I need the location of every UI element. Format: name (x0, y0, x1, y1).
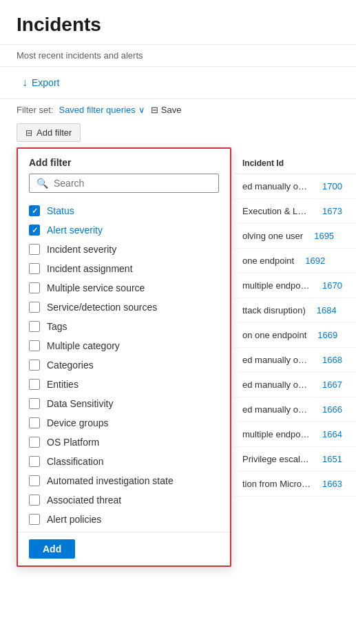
checkbox-os-platform (29, 437, 40, 448)
filter-item-incident-severity[interactable]: Incident severity (18, 240, 230, 259)
add-button[interactable]: Add (29, 539, 75, 559)
page-subtitle: Most recent incidents and alerts (0, 45, 356, 67)
search-icon: 🔍 (36, 178, 48, 189)
row-text: ed manually on o... (242, 181, 311, 191)
table-row[interactable]: on one endpoint1669 (234, 323, 356, 348)
add-filter-button-label: Add filter (36, 127, 72, 138)
main-content: Incident Id ed manually on o...1700Execu… (0, 147, 356, 502)
row-text: tion from Micros... (242, 479, 311, 489)
row-id[interactable]: 1668 (322, 355, 342, 365)
row-id[interactable]: 1667 (322, 380, 342, 390)
saved-filter-queries-label: Saved filter queries (59, 105, 135, 115)
filter-label-incident-severity: Incident severity (47, 244, 116, 255)
filter-item-incident-assignment[interactable]: Incident assignment (18, 259, 230, 278)
filter-icon: ⊟ (25, 128, 32, 138)
table-row[interactable]: multiple endpoints1664 (234, 422, 356, 447)
filter-label-multiple-category: Multiple category (47, 340, 120, 351)
row-text: multiple endpoints (242, 280, 311, 291)
page-title: Incidents (17, 14, 339, 36)
search-input[interactable] (54, 178, 211, 189)
add-filter-panel: Add filter 🔍 StatusAlert severityInciden… (17, 147, 231, 567)
checkbox-classification (29, 456, 40, 467)
filter-item-os-platform[interactable]: OS Platform (18, 433, 230, 452)
row-id[interactable]: 1666 (322, 404, 342, 415)
table-row[interactable]: Execution & Late...1673 (234, 199, 356, 224)
row-id[interactable]: 1663 (322, 479, 342, 489)
table-row[interactable]: one endpoint1692 (234, 249, 356, 273)
row-text: ttack disruption) (242, 305, 306, 315)
checkbox-entities (29, 379, 40, 390)
filter-item-data-sensitivity[interactable]: Data Sensitivity (18, 394, 230, 413)
panel-footer: Add (18, 532, 230, 565)
filter-item-alert-severity[interactable]: Alert severity (18, 220, 230, 240)
table-row[interactable]: Privilege escalati...1651 (234, 447, 356, 472)
filter-item-entities[interactable]: Entities (18, 375, 230, 394)
table-row[interactable]: multiple endpoints1670 (234, 273, 356, 298)
table-row[interactable]: olving one user1695 (234, 224, 356, 249)
table-row[interactable]: ed manually on o...1666 (234, 397, 356, 422)
filter-item-automated-investigation-state[interactable]: Automated investigation state (18, 471, 230, 490)
export-icon: ↓ (22, 76, 28, 89)
row-text: Execution & Late... (242, 206, 311, 216)
panel-title: Add filter (18, 149, 230, 174)
filter-label-entities: Entities (47, 379, 78, 390)
saved-filter-queries-button[interactable]: Saved filter queries ∨ (59, 105, 145, 115)
row-text: ed manually on o... (242, 404, 311, 415)
row-id[interactable]: 1700 (322, 181, 342, 191)
chevron-down-icon: ∨ (138, 105, 145, 115)
row-id[interactable]: 1692 (305, 256, 325, 266)
checkbox-tags (29, 321, 40, 332)
table-row[interactable]: ed manually on o...1667 (234, 373, 356, 397)
checkbox-status (29, 205, 40, 216)
incident-id-header: Incident Id (234, 153, 356, 174)
filter-row: Filter set: Saved filter queries ∨ ⊟ Sav… (0, 99, 356, 121)
row-id[interactable]: 1651 (322, 454, 342, 464)
filter-item-device-groups[interactable]: Device groups (18, 413, 230, 433)
row-id[interactable]: 1669 (317, 330, 337, 340)
row-id[interactable]: 1670 (322, 280, 342, 291)
filter-item-associated-threat[interactable]: Associated threat (18, 490, 230, 510)
filter-item-service-detection-sources[interactable]: Service/detection sources (18, 298, 230, 317)
filter-label-multiple-service-source: Multiple service source (47, 282, 145, 293)
filter-label-alert-policies: Alert policies (47, 514, 101, 525)
search-box: 🔍 (29, 174, 219, 193)
toolbar: ↓ Export (0, 67, 356, 99)
filter-label-automated-investigation-state: Automated investigation state (47, 475, 174, 486)
filter-item-multiple-service-source[interactable]: Multiple service source (18, 278, 230, 298)
save-button[interactable]: ⊟ Save (151, 105, 182, 115)
row-text: ed manually on o... (242, 355, 311, 365)
checkbox-incident-severity (29, 244, 40, 255)
filter-item-tags[interactable]: Tags (18, 317, 230, 336)
filter-item-alert-policies[interactable]: Alert policies (18, 510, 230, 529)
save-label: Save (161, 105, 182, 115)
table-row[interactable]: ed manually on o...1668 (234, 348, 356, 373)
filter-item-classification[interactable]: Classification (18, 452, 230, 471)
filter-item-multiple-category[interactable]: Multiple category (18, 336, 230, 355)
filter-label-os-platform: OS Platform (47, 437, 99, 448)
filter-list: StatusAlert severityIncident severityInc… (18, 198, 230, 532)
background-table: Incident Id ed manually on o...1700Execu… (234, 147, 356, 502)
table-row[interactable]: tion from Micros...1663 (234, 472, 356, 497)
row-id[interactable]: 1664 (322, 429, 342, 439)
row-id[interactable]: 1673 (322, 206, 342, 216)
table-row[interactable]: ttack disruption)1684 (234, 298, 356, 323)
filter-item-status[interactable]: Status (18, 201, 230, 220)
checkbox-multiple-service-source (29, 282, 40, 293)
filter-item-categories[interactable]: Categories (18, 355, 230, 375)
checkbox-incident-assignment (29, 263, 40, 274)
checkbox-data-sensitivity (29, 398, 40, 409)
row-id[interactable]: 1695 (314, 231, 334, 241)
add-filter-button[interactable]: ⊟ Add filter (17, 123, 81, 142)
export-button[interactable]: ↓ Export (17, 74, 65, 92)
row-text: multiple endpoints (242, 429, 311, 439)
filter-label-status: Status (47, 205, 74, 216)
filter-label-data-sensitivity: Data Sensitivity (47, 398, 113, 409)
export-label: Export (32, 77, 59, 88)
checkbox-associated-threat (29, 495, 40, 506)
table-row[interactable]: ed manually on o...1700 (234, 174, 356, 199)
row-id[interactable]: 1684 (317, 305, 337, 315)
filter-label-tags: Tags (47, 321, 67, 332)
checkbox-service-detection-sources (29, 302, 40, 313)
row-text: on one endpoint (242, 330, 306, 340)
checkbox-categories (29, 360, 40, 371)
